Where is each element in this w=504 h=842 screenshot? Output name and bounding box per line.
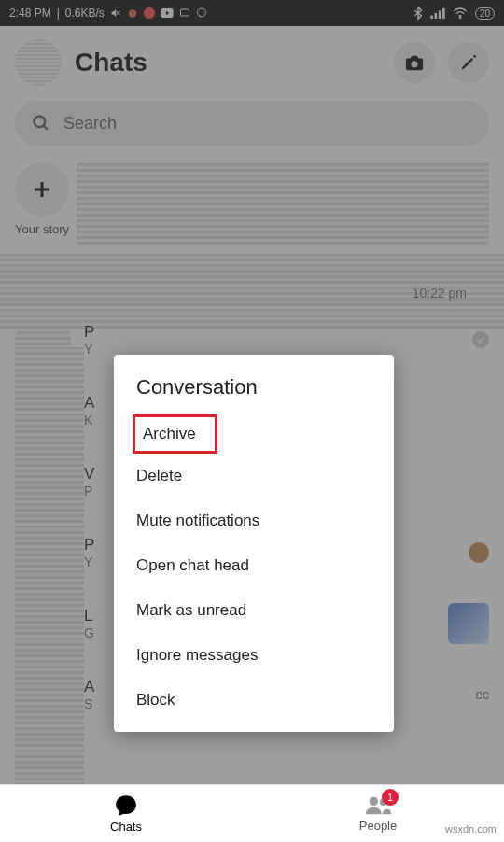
svg-point-8 [459,17,460,18]
svg-rect-6 [439,10,441,19]
chat-name: P [84,323,459,342]
alarm-icon [127,7,138,19]
compose-button[interactable] [448,42,489,83]
your-story-label: Your story [15,222,69,236]
nav-chats[interactable]: Chats [0,785,252,842]
search-icon [32,114,50,133]
menu-archive[interactable]: Archive [133,414,217,454]
mute-icon [110,7,121,19]
menu-block[interactable]: Block [114,678,394,723]
svg-rect-4 [430,16,433,19]
menu-open-chat-head[interactable]: Open chat head [114,543,394,588]
profile-avatar[interactable] [15,39,62,86]
youtube-icon [161,8,174,18]
battery-indicator: 20 [475,7,495,20]
chat-time: 10:22 pm [413,286,467,301]
svg-point-10 [35,117,46,128]
wifi-icon [453,7,468,19]
popup-title: Conversation [114,372,394,414]
menu-ignore-messages[interactable]: Ignore messages [114,633,394,678]
record-icon [144,7,155,19]
messenger-icon [196,7,207,19]
status-net-speed: 0.6KB/s [65,7,105,20]
nav-people-label: People [359,819,397,833]
seen-avatar-icon [469,542,489,563]
bottom-nav: Chats 1 People [0,784,504,842]
chats-header: Chats [0,26,504,95]
avatar-column-blurred [15,347,84,786]
camera-button[interactable] [394,42,435,83]
conversation-context-menu: Conversation Archive Delete Mute notific… [114,355,394,732]
add-story-circle [15,162,69,217]
svg-rect-7 [442,8,445,19]
nav-chats-label: Chats [110,820,142,834]
menu-delete[interactable]: Delete [114,454,394,498]
signal-icon [430,7,445,19]
link-preview-thumb [448,603,489,644]
svg-point-9 [411,61,417,67]
chat-time: ec [475,687,489,702]
people-badge: 1 [382,789,399,806]
cast-icon [179,7,190,19]
your-story[interactable]: Your story [15,162,69,236]
bluetooth-icon [413,7,423,20]
chat-bubble-icon [114,793,138,818]
camera-icon [404,53,425,72]
delivered-icon [472,331,489,348]
plus-icon [31,178,53,201]
status-time: 2:48 PM [9,7,51,20]
stories-blurred [77,162,489,245]
menu-mute-notifications[interactable]: Mute notifications [114,498,394,543]
svg-rect-5 [434,13,437,19]
pencil-icon [459,53,478,72]
svg-point-3 [197,8,205,17]
watermark: wsxdn.com [445,823,497,835]
stories-row: Your story [0,155,504,250]
svg-point-11 [370,797,378,806]
svg-rect-2 [180,9,189,16]
page-title: Chats [75,48,381,77]
search-placeholder: Search [63,114,117,133]
menu-mark-unread[interactable]: Mark as unread [114,588,394,633]
search-input[interactable]: Search [15,101,489,146]
status-bar: 2:48 PM | 0.6KB/s 20 [0,0,504,26]
